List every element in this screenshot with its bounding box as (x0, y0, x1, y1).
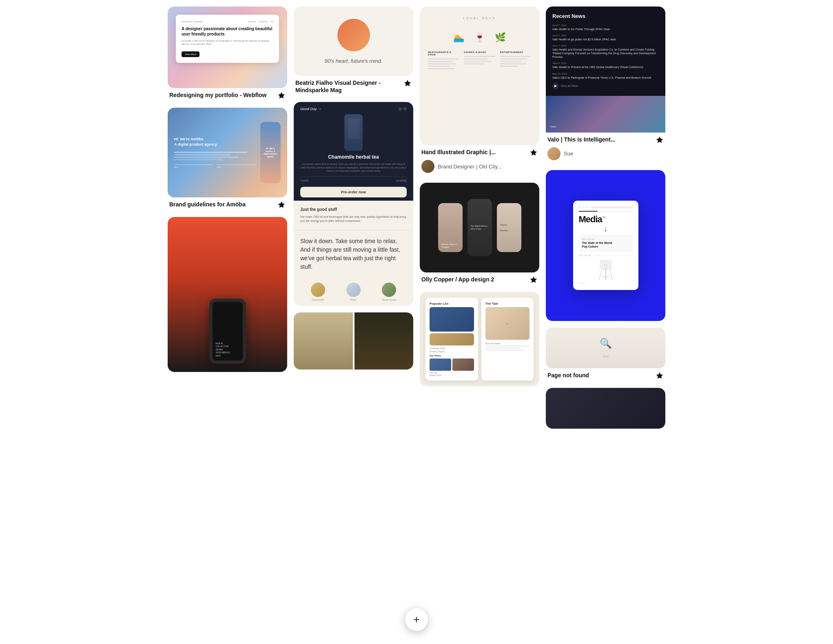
card-media[interactable]: Media™ ↓ Main Concept The State of the W… (546, 170, 665, 321)
portfolio-btn[interactable]: View Work (182, 51, 199, 57)
card-valo-meta: Valo | This is Intelligent... (546, 133, 665, 146)
news-item-2: June 7, 2021 Valo Health to go public vi… (552, 34, 659, 41)
herb-hemp-label: Hemp extract (381, 299, 396, 301)
herb-chamomile: Chamomile (311, 283, 325, 301)
card-portfolio[interactable]: Sebastian Palewski GitHub LinkedIn CV A … (168, 7, 287, 101)
bookmark-icon[interactable] (529, 276, 538, 284)
local-col-1: RESTAURANTS & FOOD (428, 51, 459, 71)
card-amoba-meta: Brand guidelines for Amöba (168, 197, 287, 210)
books-phone1-picks: Our Picks (430, 354, 474, 357)
column-1: Sebastian Palewski GitHub LinkedIn CV A … (168, 7, 287, 429)
card-tea[interactable]: Good Day → Chamomile herbal tea Everybod… (294, 102, 413, 305)
local-col-2: DRINKS & BARS (464, 51, 495, 71)
media-tagline-1: The State of the World (582, 241, 629, 245)
card-amoba-title: Brand guidelines for Amöba (169, 201, 274, 208)
tea-body-text: We make CBD oil and beverages that use o… (300, 215, 407, 224)
bookmark-icon[interactable] (277, 201, 286, 209)
news-item-1: June 7, 2021 Valo Health to Go Public Th… (552, 24, 659, 31)
herb-chamomile-label: Chamomile (311, 299, 325, 301)
books-phone1-title: Popular List (430, 302, 474, 305)
local-icon-wine: 🍷 (474, 32, 485, 43)
tea-desc: Everybody needs time to unwind. Now you … (300, 162, 407, 173)
local-col-3: ENTERTAINMENT (500, 51, 531, 71)
olly-phone1-text: Director, Editor & Creative. (441, 243, 459, 249)
tea-big-text: Slow it down. Take some time to relax. A… (300, 237, 407, 271)
news-item-3: June 7, 2021 Valo Health and Khosla Vent… (552, 44, 659, 59)
card-valo-title: Valo | This is Intelligent... (547, 136, 652, 143)
card-dark-extra[interactable] (546, 388, 665, 429)
card-beatriz[interactable]: 90's heart, future's mind. Beatriz Fialh… (294, 7, 413, 95)
portfolio-sub: Currently Lead UI/UX Designer at Underdo… (182, 39, 273, 46)
media-see-more[interactable]: SEE MORE (579, 254, 591, 257)
card-olly[interactable]: Director, Editor & Creative. The digital… (420, 183, 539, 285)
tea-logo: Good Day → (300, 107, 321, 111)
media-tagline-2: Pop Culture (582, 245, 629, 248)
portfolio-nav-2: LinkedIn (258, 20, 268, 23)
local-icon-plant: 🌿 (495, 32, 506, 43)
portfolio-heading: A designer passionate about creating bea… (182, 26, 273, 37)
news-item-5: May 25, 2021 Valo's CEO to Participate i… (552, 73, 659, 80)
card-olly-title: Olly Copper / App design 2 (421, 276, 526, 283)
portfolio-name: Sebastian Palewski (182, 20, 203, 23)
tea-section-title: Just the good stuff (300, 207, 407, 212)
portfolio-nav-3: CV (270, 20, 273, 23)
card-nature[interactable] (294, 312, 413, 370)
author-name: Brand Designer | Old City... (438, 164, 502, 170)
card-local-recs-meta: Hand Illustrated Graphic |... (420, 145, 539, 158)
column-3: LOCAL RECS 🏊 🍷 🌿 RESTAURANTS & FOOD (420, 7, 539, 429)
card-local-recs-title: Hand Illustrated Graphic |... (421, 148, 526, 156)
news-item-4: June 6, 2021 Valo Health to Present at t… (552, 62, 659, 69)
column-4: Recent News June 7, 2021 Valo Health to … (546, 7, 665, 429)
books-phone2-title: The Tale (485, 302, 530, 305)
card-valo-author[interactable]: Sue (546, 146, 665, 164)
valo-view-all[interactable]: ▶ View all News (552, 83, 659, 89)
olly-phone3-text: ProjectsServices (500, 224, 518, 232)
card-beatriz-meta: Beatriz Fialho Visual Designer - Mindspa… (294, 76, 413, 95)
card-beatriz-title: Beatriz Fialho Visual Designer - Mindspa… (295, 79, 400, 94)
column-2: 90's heart, future's mind. Beatriz Fialh… (294, 7, 413, 429)
card-portfolio-title: Redesigning my portfolio - Webflow (169, 91, 274, 99)
local-col-2-title: DRINKS & BARS (464, 51, 495, 53)
olly-phone2-text: The digital world is full of noise. (471, 225, 489, 230)
card-portfolio-meta: Redesigning my portfolio - Webflow (168, 88, 287, 101)
masonry-grid: Sebastian Palewski GitHub LinkedIn CV A … (168, 7, 665, 429)
amoba-phone-heading: Hi. We're Amöba. A digital product agenc… (263, 147, 278, 158)
bookmark-icon[interactable] (403, 79, 412, 87)
card-local-recs[interactable]: LOCAL RECS 🏊 🍷 🌿 RESTAURANTS & FOOD (420, 7, 539, 176)
author-name-sue: Sue (564, 150, 573, 157)
tea-qty-label2: Quantity (396, 179, 407, 182)
card-local-recs-author[interactable]: Brand Designer | Old City... (420, 158, 539, 176)
card-page-not-found[interactable]: 🔍 404 Page not found (546, 328, 665, 381)
valo-recent-news-label: Recent News (552, 13, 659, 19)
page-not-found-label: 404 (600, 354, 612, 360)
bookmark-icon[interactable] (656, 136, 664, 144)
media-tagline-section: Main Concept The State of the World Pop … (579, 235, 633, 252)
bookmark-icon[interactable] (529, 148, 538, 157)
author-avatar (421, 160, 434, 173)
tea-product-name: Chamomile herbal tea (300, 154, 407, 160)
local-col-3-title: ENTERTAINMENT (500, 51, 531, 53)
tea-qty-label: 1 pack (300, 179, 309, 182)
card-olly-meta: Olly Copper / App design 2 (420, 272, 539, 285)
card-red[interactable]: NEW INCOLLECTIONSERIESSHOES&BAGSSALE (168, 217, 287, 372)
beatriz-tagline: 90's heart, future's mind. (325, 58, 383, 64)
bookmark-icon[interactable] (656, 372, 664, 380)
card-valo[interactable]: Recent News June 7, 2021 Valo Health to … (546, 7, 665, 164)
tea-preorder-btn[interactable]: Pre-order now (300, 187, 407, 197)
local-col-1-title: RESTAURANTS & FOOD (428, 51, 459, 56)
card-page-not-found-title: Page not found (547, 372, 652, 379)
books-phone2-desc-label: Book Description (485, 342, 530, 345)
herb-water-label: Water (346, 299, 361, 301)
valo-brand-label: Valo (550, 125, 556, 128)
media-title-label: Media™ (579, 215, 633, 224)
card-amoba[interactable]: Hi. We're Amöba.A digital product agency… (168, 108, 287, 210)
portfolio-nav-1: GitHub (248, 20, 256, 23)
card-books[interactable]: Popular List Challenger Deep Timeless Or… (420, 292, 539, 386)
bookmark-icon[interactable] (277, 91, 286, 100)
media-main-concept-label: Main Concept (582, 238, 629, 240)
author-avatar-sue (547, 147, 561, 160)
amoba-heading: Hi. We're Amöba.A digital product agency… (174, 137, 255, 147)
valo-view-all-label: View all News (561, 84, 578, 87)
card-page-not-found-meta: Page not found (546, 368, 665, 381)
herb-water: Water (346, 283, 361, 301)
